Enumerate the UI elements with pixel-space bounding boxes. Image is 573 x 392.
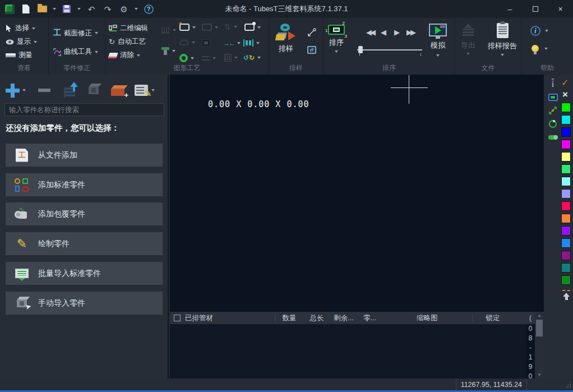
dash-tool-button[interactable] — [202, 56, 216, 61]
scroll-palette-up-button[interactable] — [562, 290, 570, 299]
color-swatch[interactable] — [561, 140, 571, 149]
comb-dropdown[interactable] — [173, 29, 176, 31]
tips-button[interactable] — [532, 45, 548, 52]
nest-button[interactable]: 排样 — [276, 24, 296, 54]
rewind-button[interactable]: ◀◀ — [366, 28, 374, 36]
open-file-dropdown[interactable] — [53, 8, 56, 10]
rect-node-dropdown[interactable] — [257, 26, 261, 29]
add-standard-part-button[interactable]: 添加标准零件 — [6, 173, 163, 196]
auto-process-button[interactable]: ↻ 自动工艺 — [109, 37, 146, 47]
prev-button[interactable]: ◀ — [381, 28, 385, 36]
minimize-button[interactable]: – — [497, 0, 523, 18]
search-input[interactable] — [4, 103, 164, 116]
slider-thumb[interactable] — [358, 46, 363, 53]
clear-dropdown[interactable] — [137, 54, 140, 57]
apply-button[interactable]: ✓ — [561, 77, 569, 88]
next-button[interactable]: ▶ — [394, 28, 398, 36]
report-dropdown[interactable] — [501, 54, 504, 56]
tips-dropdown[interactable] — [544, 48, 548, 50]
sort-button[interactable]: 1 2 3 排序 — [328, 25, 345, 53]
convert-part-button[interactable] — [89, 86, 99, 94]
close-button[interactable]: × — [548, 0, 573, 18]
viewport-canvas[interactable]: 0.00 X 0.00 X 0.00 — [170, 75, 544, 312]
color-swatch[interactable] — [561, 201, 571, 211]
color-swatch[interactable] — [561, 238, 571, 248]
measure-diag-button[interactable] — [307, 28, 316, 37]
open-file-button[interactable] — [36, 3, 48, 15]
simulate-dropdown[interactable] — [436, 54, 440, 57]
add-material-button[interactable]: + — [111, 85, 124, 96]
column-part[interactable]: 零... — [357, 313, 382, 323]
add-part-button[interactable] — [6, 84, 20, 98]
curve-tool-button[interactable]: 曲线工具 — [53, 47, 98, 57]
ring-tool-button[interactable] — [179, 54, 194, 62]
slider-track[interactable] — [357, 49, 422, 50]
color-swatch[interactable] — [561, 177, 571, 186]
color-swatch[interactable] — [561, 127, 571, 137]
measure-button[interactable]: 测量 — [6, 50, 33, 60]
clear-button[interactable]: 清除 — [109, 50, 140, 60]
scroll-up-button[interactable]: ▲ — [535, 312, 544, 319]
color-swatch[interactable] — [561, 164, 571, 174]
rotate-dropdown[interactable] — [257, 57, 261, 59]
draw-part-button[interactable]: ✎ 绘制零件 — [6, 232, 163, 255]
sequence-slider[interactable] — [357, 46, 422, 54]
redo-button[interactable]: ↷ — [102, 3, 113, 15]
rotate-view-toggle[interactable] — [547, 118, 558, 130]
curve-tool-dropdown[interactable] — [95, 51, 98, 53]
select-dropdown[interactable] — [32, 27, 35, 30]
about-dropdown[interactable] — [545, 30, 548, 32]
settings-button[interactable]: ⚙ — [118, 3, 130, 15]
color-swatch[interactable] — [561, 189, 571, 199]
forward-button[interactable]: ▶▶ — [406, 28, 414, 36]
comb-tool-button[interactable] — [161, 27, 176, 34]
export-dropdown[interactable] — [466, 53, 470, 55]
report-button[interactable]: 排样报告 — [488, 23, 517, 56]
undo-button[interactable]: ↶ — [86, 3, 97, 15]
select-button[interactable]: 选择 — [6, 24, 35, 33]
help-button[interactable]: ? — [143, 3, 154, 15]
dash-dropdown[interactable] — [212, 57, 216, 59]
square-tool-button[interactable] — [202, 39, 210, 47]
about-button[interactable]: i — [530, 26, 548, 36]
add-part-dropdown[interactable] — [22, 89, 26, 91]
updown-dropdown[interactable] — [234, 26, 237, 28]
import-list-button[interactable] — [64, 83, 78, 98]
simulate-button[interactable]: 模拟 — [429, 24, 447, 57]
color-swatch[interactable] — [561, 263, 571, 273]
column-total-length[interactable]: 总长 — [303, 313, 330, 323]
column-material[interactable]: 已排管材 — [181, 313, 275, 323]
scroll-down-button[interactable]: ▼ — [535, 371, 544, 379]
color-swatch[interactable] — [561, 214, 571, 223]
table-scrollbar[interactable]: ▲ ▼ — [535, 312, 544, 379]
resize-grip[interactable] — [565, 381, 571, 388]
cloud-tool-button[interactable] — [179, 39, 195, 45]
export-button[interactable]: 导出 — [461, 24, 475, 55]
bracket-tool-button[interactable] — [243, 39, 260, 47]
remove-part-button[interactable] — [38, 89, 50, 92]
grid-dropdown[interactable] — [234, 57, 238, 59]
column-lock[interactable]: 锁定 — [473, 313, 513, 323]
manual-import-button[interactable]: ➤ 手动导入零件 — [6, 292, 163, 315]
pin-tool-button[interactable] — [161, 47, 175, 55]
measure-toggle[interactable] — [547, 105, 558, 116]
edit-list-dropdown[interactable] — [151, 89, 155, 91]
column-thumbnail[interactable]: 缩略图 — [382, 313, 472, 323]
add-from-file-button[interactable]: 工 从文件添加 — [6, 144, 163, 167]
select-all-checkbox[interactable] — [174, 315, 181, 321]
bracket-dropdown[interactable] — [256, 42, 260, 44]
color-swatch[interactable] — [561, 152, 571, 162]
save-dropdown[interactable] — [77, 8, 81, 10]
section-fix-dropdown[interactable] — [95, 32, 98, 34]
updown-tool-button[interactable]: ⇅ — [224, 22, 237, 31]
new-file-button[interactable] — [20, 3, 31, 15]
save-button[interactable] — [61, 3, 72, 15]
color-swatch[interactable] — [561, 226, 571, 236]
edit-list-button[interactable]: ✎ — [135, 85, 148, 96]
chip-toggle[interactable] — [547, 91, 558, 103]
maximize-button[interactable] — [523, 0, 548, 18]
section-view-toggle[interactable]: i — [547, 78, 558, 89]
rect-tool2-dropdown[interactable] — [215, 26, 218, 29]
edit-2d-button[interactable]: 二维编辑 — [109, 24, 148, 33]
scrollbar-thumb[interactable] — [536, 320, 543, 336]
